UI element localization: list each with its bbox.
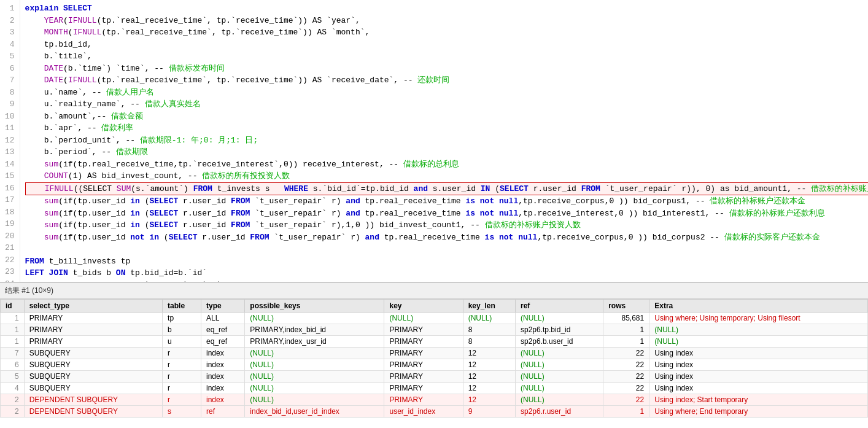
code-line-13: b.`period`, -- 借款期限 xyxy=(25,146,868,158)
col-header-Extra: Extra xyxy=(649,300,868,313)
col-header-select_type: select_type xyxy=(24,300,162,313)
code-line-14: sum(if(tp.real_receive_time,tp.`receive_… xyxy=(25,158,868,171)
code-line-15: COUNT(1) AS bid_invest_count, -- 借款标的所有投… xyxy=(25,170,868,182)
table-row: 2DEPENDENT SUBQUERYsrefindex_bid_id,user… xyxy=(1,406,868,418)
code-line-7: DATE(IFNULL(tp.`real_receive_time`, tp.`… xyxy=(25,74,868,87)
table-row: 7SUBQUERYrindex(NULL)PRIMARY12(NULL)22Us… xyxy=(1,348,868,359)
code-line-17: sum(if(tp.user_id in (SELECT r.user_id F… xyxy=(25,195,868,208)
code-line-12: b.`period_unit`, -- 借款期限-1: 年;0: 月;1: 日; xyxy=(25,134,868,147)
col-header-type: type xyxy=(201,300,245,313)
result-panel: 结果 #1 (10×9) idselect_typetabletypepossi… xyxy=(0,282,868,428)
table-row: 5SUBQUERYrindex(NULL)PRIMARY12(NULL)22Us… xyxy=(1,371,868,383)
table-row: 1PRIMARYueq_refPRIMARY,index_usr_idPRIMA… xyxy=(1,336,868,348)
result-header: 结果 #1 (10×9) xyxy=(0,282,868,299)
code-line-23: LEFT JOIN t_bids b ON tp.bid_id=b.`id` xyxy=(25,267,868,279)
col-header-ref: ref xyxy=(516,300,603,313)
code-line-16: IFNULL((SELECT SUM(s.`amount`) FROM t_in… xyxy=(25,182,868,196)
code-line-20: sum(if(tp.user_id not in (SELECT r.user_… xyxy=(25,232,868,244)
table-row: 1PRIMARYtpALL(NULL)(NULL)(NULL)(NULL)85,… xyxy=(1,313,868,324)
table-row: 1PRIMARYbeq_refPRIMARY,index_bid_idPRIMA… xyxy=(1,324,868,336)
code-line-6: DATE(b.`time`) `time`, -- 借款标发布时间 xyxy=(25,63,868,75)
code-line-22: FROM t_bill_invests tp xyxy=(25,255,868,268)
code-line-5: b.`title`, xyxy=(25,50,868,63)
code-line-11: b.`apr`, -- 借款利率 xyxy=(25,122,868,134)
col-header-key_len: key_len xyxy=(463,300,515,313)
code-line-2: YEAR(IFNULL(tp.`real_receive_time`, tp.`… xyxy=(25,15,868,27)
col-header-key: key xyxy=(384,300,463,313)
code-line-21 xyxy=(25,243,868,255)
col-header-rows: rows xyxy=(603,300,649,313)
code-line-4: tp.bid_id, xyxy=(25,39,868,51)
col-header-table: table xyxy=(163,300,201,313)
code-line-18: sum(if(tp.user_id in (SELECT r.user_id F… xyxy=(25,208,868,220)
code-line-19: sum(if(tp.user_id in (SELECT r.user_id F… xyxy=(25,219,868,232)
code-line-10: b.`amount`,-- 借款金额 xyxy=(25,111,868,123)
code-line-9: u.`reality_name`, -- 借款人真实姓名 xyxy=(25,98,868,111)
code-lines[interactable]: explain SELECT YEAR(IFNULL(tp.`real_rece… xyxy=(20,0,868,282)
code-line-8: u.`name`, -- 借款人用户名 xyxy=(25,87,868,99)
line-numbers: 1234567891011121314151617181920212223242… xyxy=(0,0,20,282)
code-line-1: explain SELECT xyxy=(25,2,868,15)
code-line-3: MONTH(IFNULL(tp.`real_receive_time`, tp.… xyxy=(25,26,868,39)
table-row: 6SUBQUERYrindex(NULL)PRIMARY12(NULL)22Us… xyxy=(1,359,868,371)
result-table: idselect_typetabletypepossible_keyskeyke… xyxy=(0,299,868,418)
col-header-possible_keys: possible_keys xyxy=(245,300,384,313)
sql-editor[interactable]: 1234567891011121314151617181920212223242… xyxy=(0,0,868,282)
table-row: 2DEPENDENT SUBQUERYrindex(NULL)PRIMARY12… xyxy=(1,394,868,406)
col-header-id: id xyxy=(1,300,25,313)
table-row: 4SUBQUERYrindex(NULL)PRIMARY12(NULL)22Us… xyxy=(1,383,868,394)
